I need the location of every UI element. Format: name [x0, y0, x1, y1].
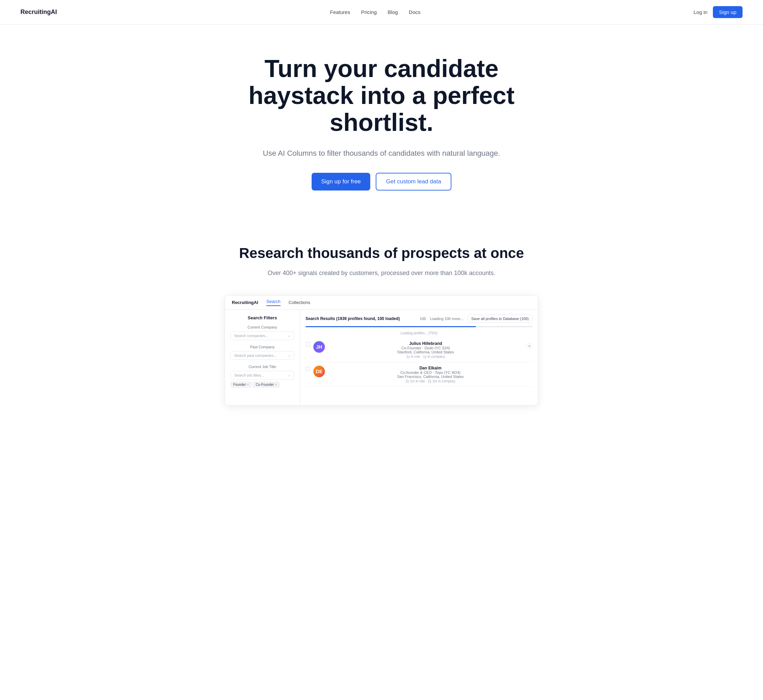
job-title-select[interactable]: Search job titles... ⌄ [230, 371, 294, 380]
main-header-actions: 100 Loading 100 more... Save all profile… [420, 314, 533, 323]
profile-name-1: Julius Hillebrand [328, 341, 523, 346]
loading-bar-fill [305, 326, 476, 327]
app-preview: RecruitingAI Search Collections Search F… [225, 295, 538, 406]
navbar: RecruitingAI Features Pricing Blog Docs … [0, 0, 763, 25]
app-nav-item-collections[interactable]: Collections [289, 300, 311, 305]
profile-title-1: Co-Founder · Dodo (YC S24) [328, 346, 523, 350]
current-company-select[interactable]: Search companies... ⌄ [230, 331, 294, 340]
profile-checkbox-2[interactable] [305, 367, 310, 371]
signup-primary-button[interactable]: Sign up for free [312, 173, 370, 191]
profile-meta-2: 2y 1m in role · 2y 1m in company [328, 379, 533, 383]
filter-tag-founder[interactable]: Founder × [230, 382, 252, 388]
loading-more-text: Loading 100 more... [430, 317, 463, 321]
tag-label-founder: Founder [233, 383, 246, 386]
nav-item-docs[interactable]: Docs [409, 9, 421, 15]
nav-item-features[interactable]: Features [330, 9, 350, 15]
hero-title: Turn your candidate haystack into a perf… [242, 55, 521, 136]
app-nav: RecruitingAI Search Collections [225, 295, 538, 310]
signup-nav-button[interactable]: Sign up [713, 6, 743, 18]
nav-logo: RecruitingAI [20, 8, 57, 16]
hero-subtitle: Use AI Columns to filter thousands of ca… [242, 147, 521, 159]
app-sidebar: Search Filters Current Company Search co… [225, 310, 300, 405]
count-badge: 100 [420, 317, 426, 321]
past-company-placeholder: Search past companies... [234, 353, 277, 358]
job-title-placeholder: Search job titles... [234, 373, 264, 377]
main-header: Search Results (1939 profiles found, 100… [305, 314, 533, 323]
profile-location-2: San Francisco, California, United States [328, 375, 533, 379]
section2: Research thousands of prospects at once … [0, 218, 763, 419]
filter-tag-cofounder[interactable]: Co-Founder × [253, 382, 280, 388]
profile-location-1: Stanford, California, United States [328, 350, 523, 354]
filter-job-title: Current Job Title Search job titles... ⌄… [230, 365, 294, 388]
section2-title: Research thousands of prospects at once [7, 245, 756, 261]
app-nav-logo: RecruitingAI [232, 300, 258, 305]
profile-checkbox-1[interactable] [305, 342, 310, 347]
chevron-down-icon: ⌄ [288, 353, 291, 357]
profile-name-2: Dan Elkaim [328, 366, 533, 370]
table-row: JH Julius Hillebrand Co-Founder · Dodo (… [305, 338, 533, 362]
filter-past-company-label: Past Company [230, 345, 294, 349]
table-row: DE Dan Elkaim Co-founder & CEO · Topo (Y… [305, 362, 533, 387]
app-body: Search Filters Current Company Search co… [225, 310, 538, 405]
avatar-initials-2: DE [316, 369, 322, 374]
past-company-select[interactable]: Search past companies... ⌄ [230, 351, 294, 360]
filter-current-company-label: Current Company [230, 325, 294, 329]
nav-actions: Log in Sign up [693, 6, 743, 18]
avatar: DE [313, 366, 325, 377]
tag-label-cofounder: Co-Founder [256, 383, 274, 386]
sidebar-title: Search Filters [230, 315, 294, 320]
profile-meta-1: 1y in role · 1y in company [328, 355, 523, 358]
chevron-down-icon: ⌄ [288, 373, 291, 377]
avatar-initials-1: JH [316, 344, 322, 350]
filter-current-company: Current Company Search companies... ⌄ [230, 325, 294, 340]
gear-icon[interactable]: ⚙ [526, 343, 533, 349]
hero-section: Turn your candidate haystack into a perf… [235, 25, 528, 218]
loading-text: Loading profiles... (75%) [305, 331, 533, 335]
job-title-tags: Founder × Co-Founder × [230, 382, 294, 388]
results-title: Search Results (1939 profiles found, 100… [305, 316, 400, 321]
current-company-placeholder: Search companies... [234, 334, 268, 338]
section2-subtitle: Over 400+ signals created by customers, … [7, 268, 756, 278]
profile-title-2: Co-founder & CEO · Topo (YC W24) [328, 370, 533, 375]
app-main: Search Results (1939 profiles found, 100… [300, 310, 538, 405]
save-profiles-button[interactable]: Save all profiles to Database (100) [467, 314, 533, 323]
tag-remove-founder-icon[interactable]: × [247, 383, 249, 386]
chevron-down-icon: ⌄ [288, 334, 291, 338]
profile-info-2: Dan Elkaim Co-founder & CEO · Topo (YC W… [328, 366, 533, 383]
custom-lead-data-button[interactable]: Get custom lead data [376, 173, 451, 191]
tag-remove-cofounder-icon[interactable]: × [275, 383, 277, 386]
filter-past-company: Past Company Search past companies... ⌄ [230, 345, 294, 360]
hero-buttons: Sign up for free Get custom lead data [242, 173, 521, 191]
avatar: JH [313, 341, 325, 353]
nav-links: Features Pricing Blog Docs [330, 9, 421, 15]
nav-item-pricing[interactable]: Pricing [361, 9, 377, 15]
nav-item-blog[interactable]: Blog [388, 9, 398, 15]
login-button[interactable]: Log in [693, 9, 707, 15]
profile-info-1: Julius Hillebrand Co-Founder · Dodo (YC … [328, 341, 523, 358]
loading-bar [305, 326, 533, 327]
filter-job-title-label: Current Job Title [230, 365, 294, 369]
app-nav-item-search[interactable]: Search [266, 299, 280, 306]
